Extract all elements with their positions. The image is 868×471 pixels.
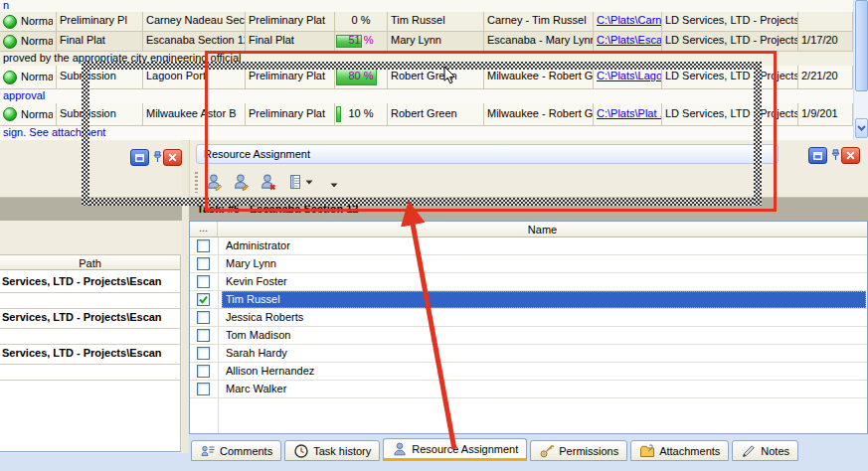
memo-text: sign. See attachment [0,126,105,138]
path-row[interactable] [0,364,180,381]
left-path-grid: Path Services, LTD - Projects\EscanServi… [0,221,182,453]
task-row[interactable]: NormaSubmissionMilwaukee Astor BPrelimin… [0,103,853,126]
path-row[interactable] [0,292,180,309]
resource-name: Allison Hernandez [222,363,866,380]
task-row[interactable]: NormaPreliminary PlCarney Nadeau SectPre… [0,12,853,32]
path-row[interactable]: Services, LTD - Projects\Escan [0,344,180,365]
cell-status: Norma [0,12,57,31]
resource-checkbox[interactable] [197,257,210,270]
path-row[interactable]: Services, LTD - Projects\Escan [0,272,180,293]
pin-icon [152,151,163,163]
path-rows-area: Services, LTD - Projects\EscanServices, … [0,270,181,452]
assign-resource-button[interactable] [202,170,228,194]
toolbar-overflow-button[interactable] [327,178,341,192]
cell-step: Preliminary Plat [246,66,335,88]
panel-restore-button[interactable] [130,149,149,166]
panel-close-button[interactable] [163,149,182,166]
memo-text: n [0,0,9,11]
name-column-header[interactable]: Name [218,222,867,237]
resource-row[interactable]: Tom Madison [190,327,867,345]
memo-row[interactable]: proved by the appropriate city engineeri… [0,52,853,67]
resource-row[interactable]: Tim Russel [190,291,867,309]
progress-label: 80 % [335,66,387,88]
cell-combo: Milwaukee - Robert Gr [484,66,594,88]
cell-type: Submission [57,66,143,88]
resource-checkbox[interactable] [197,293,210,306]
resource-checkbox[interactable] [197,329,210,342]
tab-resource-assignment[interactable]: Resource Assignment [383,438,527,461]
tab-task-history[interactable]: Task history [284,440,380,461]
path-row[interactable] [0,328,180,345]
attachments-icon [639,443,655,459]
cell-name: Lagoon Port [143,66,246,88]
tab-comments[interactable]: Comments [191,440,281,461]
resource-row[interactable]: Kevin Foster [190,273,867,291]
resource-row[interactable]: Jessica Roberts [190,309,867,327]
name-header-label: Name [528,224,557,236]
panel-title: Resource Assignment [204,148,310,160]
file-link[interactable]: C:\Plats\Esca [597,34,662,46]
panel-restore-button[interactable] [808,147,827,164]
tab-label: Notes [761,445,789,457]
cell-status: Norma [0,32,57,51]
resource-checkbox[interactable] [197,239,210,252]
view-options-button[interactable] [282,170,318,194]
resource-row[interactable]: Sarah Hardy [190,345,867,363]
tab-notes[interactable]: Notes [732,440,798,461]
resource-name: Tim Russel [222,291,866,308]
edit-resource-button[interactable] [229,170,255,194]
resource-checkbox[interactable] [197,365,210,378]
person-edit-icon [233,173,251,191]
cell-path: LD Services, LTD - Projects\M [662,103,798,125]
detail-tab-bar: CommentsTask historyResource AssignmentP… [191,438,868,461]
vertical-scrollbar[interactable] [853,0,868,140]
scrollbar-thumb[interactable] [855,0,868,91]
panel-divider[interactable] [182,140,189,453]
cell-date: 1/9/201 [798,103,853,125]
resource-row[interactable]: Allison Hernandez [190,363,867,381]
cell-name: Carney Nadeau Sect [143,12,246,31]
toolbar-gripper[interactable] [195,172,198,193]
tab-permissions[interactable]: Permissions [530,440,627,461]
resource-name: Tom Madison [222,327,866,344]
status-green-icon [3,15,17,29]
resource-checkbox[interactable] [197,383,210,395]
resource-row[interactable]: Administrator [190,237,867,255]
resource-row[interactable]: Marc Walker [190,381,867,398]
progress-label: 51 % [335,32,387,51]
tab-label: Resource Assignment [412,443,518,455]
tab-label: Task history [313,445,371,457]
resource-row[interactable]: Mary Lynn [190,255,867,273]
restore-icon [135,154,144,162]
memo-row[interactable]: approval [0,89,853,104]
memo-row[interactable]: sign. See attachment [0,126,853,141]
path-header-label: Path [79,257,101,269]
memo-text: approval [0,89,45,101]
resource-name: Mary Lynn [222,255,866,272]
cell-combo: Escanaba - Mary Lynn [484,32,594,51]
file-link[interactable]: C:\Plats\Plat . [597,107,662,119]
resource-checkbox[interactable] [197,275,210,288]
tab-attachments[interactable]: Attachments [630,440,729,461]
resource-assignment-toolbar [189,168,868,197]
cell-combo: Carney - Tim Russel [484,12,594,31]
cell-path: LD Services, LTD - Projects\C [662,12,798,31]
task-row[interactable]: NormaFinal PlatEscanaba Section 12Final … [0,32,853,52]
cell-pct: 0 % [335,12,388,31]
resource-rows-area: AdministratorMary LynnKevin FosterTim Ru… [190,237,867,433]
path-row[interactable]: Services, LTD - Projects\Escan [0,308,180,329]
remove-resource-button[interactable] [256,170,281,194]
cell-link: C:\Plats\Carn [594,12,662,31]
file-link[interactable]: C:\Plats\Lago [597,70,662,81]
task-row[interactable]: NormaSubmissionLagoon PortPreliminary Pl… [0,66,853,89]
resource-list: ... Name AdministratorMary LynnKevin Fos… [189,221,868,434]
panel-close-button[interactable] [841,147,860,164]
path-column-header[interactable]: Path [0,254,181,270]
file-link[interactable]: C:\Plats\Carn [597,14,661,26]
resource-checkbox[interactable] [197,347,210,360]
scrollbar-down-button[interactable] [855,118,868,138]
resource-checkbox[interactable] [197,311,210,324]
cell-combo: Milwaukee - Robert Gr [484,103,594,125]
panel-title-box[interactable]: Resource Assignment [196,144,779,164]
checkbox-column-header[interactable]: ... [190,222,218,237]
